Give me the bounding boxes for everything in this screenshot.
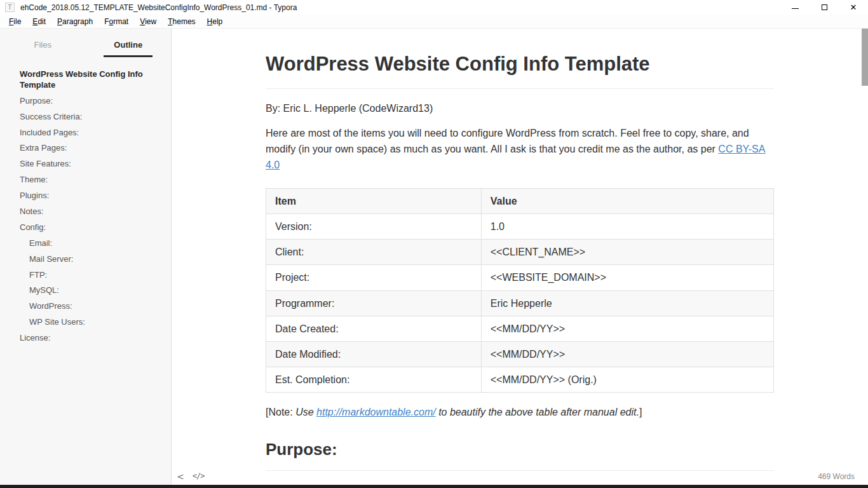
outline-item-license[interactable]: License: xyxy=(0,330,171,346)
menu-help[interactable]: Help xyxy=(201,15,229,28)
menu-label-part: hemes xyxy=(173,17,196,26)
table-row: Version:1.0 xyxy=(266,214,774,240)
sidebar: Files Outline WordPress Website Config I… xyxy=(0,29,172,485)
menu-edit[interactable]: Edit xyxy=(27,15,51,28)
menu-view[interactable]: View xyxy=(134,15,162,28)
tab-outline[interactable]: Outline xyxy=(86,40,172,57)
menu-label-part: elp xyxy=(212,17,222,26)
byline[interactable]: By: Eric L. Hepperle (CodeWizard13) xyxy=(266,100,774,116)
window-title: ehCode_2018.05.12_TEMPLATE_WebsiteConfig… xyxy=(20,3,297,12)
document: WordPress Website Config Info Template B… xyxy=(266,29,774,485)
outline-item-purpose[interactable]: Purpose: xyxy=(0,93,171,109)
outline-item-success-criteria[interactable]: Success Criteria: xyxy=(0,109,171,125)
menu-label-part: rmat xyxy=(113,17,128,26)
document-heading[interactable]: WordPress Website Config Info Template xyxy=(266,49,774,89)
cell-value[interactable]: <<WEBSITE_DOMAIN>> xyxy=(481,265,773,290)
note-suffix: ] xyxy=(639,407,642,417)
cell-value[interactable]: <<MM/DD/YY>> xyxy=(481,341,773,367)
window-bottom-edge xyxy=(0,485,868,488)
table-header-row: Item Value xyxy=(266,189,774,214)
word-count[interactable]: 469 Words xyxy=(818,472,855,481)
typora-window: T ehCode_2018.05.12_TEMPLATE_WebsiteConf… xyxy=(0,0,868,488)
outline-item-wordpress[interactable]: WordPress: xyxy=(0,299,171,315)
cell-value[interactable]: 1.0 xyxy=(481,214,773,240)
outline-item-wp-site-users[interactable]: WP Site Users: xyxy=(0,315,171,330)
restore-icon xyxy=(822,4,827,10)
note-italic-after: to beautify the above table after manual… xyxy=(436,407,639,417)
minimize-button[interactable] xyxy=(780,0,810,15)
editor-pane: WordPress Website Config Info Template B… xyxy=(172,29,868,485)
tab-outline-label: Outline xyxy=(104,40,153,57)
restore-button[interactable] xyxy=(810,0,839,15)
column-header-value[interactable]: Value xyxy=(481,189,773,214)
outline-item-mysql[interactable]: MySQL: xyxy=(0,283,171,299)
typora-app-icon: T xyxy=(5,3,15,12)
purpose-heading[interactable]: Purpose: xyxy=(266,437,774,471)
cell-item[interactable]: Project: xyxy=(266,265,482,290)
sidebar-toggle-icon[interactable]: < xyxy=(177,471,184,482)
menu-label-part: ile xyxy=(13,17,21,26)
editor-footer-icons: < </> xyxy=(177,471,204,482)
cell-item[interactable]: Version: xyxy=(266,214,482,240)
outline-panel: WordPress Website Config Info Template P… xyxy=(0,57,171,346)
outline-item-included-pages[interactable]: Included Pages: xyxy=(0,125,171,141)
config-info-table: Item Value Version:1.0 Client:<<CLIENT_N… xyxy=(266,188,774,393)
vertical-scrollbar-thumb[interactable] xyxy=(862,29,868,86)
menu-file[interactable]: File xyxy=(3,15,27,28)
outline-item-site-features[interactable]: Site Features: xyxy=(0,156,171,172)
markdowntable-link[interactable]: http://markdowntable.com/ xyxy=(316,407,436,417)
outline-item-config[interactable]: Config: xyxy=(0,220,171,236)
menu-label-mnemonic: E xyxy=(32,17,37,26)
cell-item[interactable]: Programmer: xyxy=(266,290,482,316)
menu-themes[interactable]: Themes xyxy=(162,15,201,28)
close-button[interactable]: ✕ xyxy=(839,0,868,15)
table-row: Date Modified:<<MM/DD/YY>> xyxy=(266,341,774,367)
outline-item-plugins[interactable]: Plugins: xyxy=(0,188,171,204)
outline-item-document-title[interactable]: WordPress Website Config Info Template xyxy=(0,67,171,93)
menu-label-mnemonic: F xyxy=(9,17,13,26)
table-row: Date Created:<<MM/DD/YY>> xyxy=(266,316,774,341)
column-header-item[interactable]: Item xyxy=(266,189,482,214)
cell-value[interactable]: <<MM/DD/YY>> (Orig.) xyxy=(481,367,773,392)
menu-label-mnemonic: P xyxy=(57,17,62,26)
note-italic-before: Use xyxy=(295,407,316,417)
outline-item-ftp[interactable]: FTP: xyxy=(0,268,171,283)
close-icon: ✕ xyxy=(850,3,857,11)
outline-item-theme[interactable]: Theme: xyxy=(0,172,171,188)
cell-item[interactable]: Client: xyxy=(266,240,482,265)
minimize-icon xyxy=(792,8,799,9)
source-code-mode-icon[interactable]: </> xyxy=(193,471,205,482)
cell-item[interactable]: Date Created: xyxy=(266,316,482,341)
outline-item-extra-pages[interactable]: Extra Pages: xyxy=(0,140,171,156)
cell-item[interactable]: Date Modified: xyxy=(266,341,482,367)
table-row: Client:<<CLIENT_NAME>> xyxy=(266,240,774,265)
menu-label-part: F xyxy=(104,17,109,26)
menu-label-mnemonic: T xyxy=(168,17,172,26)
outline-item-email[interactable]: Email: xyxy=(0,236,171,252)
menu-label-part: aragraph xyxy=(62,17,93,26)
menu-label-mnemonic: V xyxy=(140,17,145,26)
main-area: Files Outline WordPress Website Config I… xyxy=(0,29,868,485)
table-row: Project:<<WEBSITE_DOMAIN>> xyxy=(266,265,774,290)
outline-item-notes[interactable]: Notes: xyxy=(0,204,171,220)
menu-paragraph[interactable]: Paragraph xyxy=(51,15,98,28)
window-controls: ✕ xyxy=(780,0,868,15)
table-row: Est. Completion:<<MM/DD/YY>> (Orig.) xyxy=(266,367,774,392)
sidebar-tabs: Files Outline xyxy=(0,29,171,57)
tab-files[interactable]: Files xyxy=(0,40,86,57)
menu-format[interactable]: Format xyxy=(98,15,134,28)
menu-label-mnemonic: H xyxy=(207,17,213,26)
outline-item-mail-server[interactable]: Mail Server: xyxy=(0,252,171,268)
menu-bar: File Edit Paragraph Format View Themes H… xyxy=(0,15,868,29)
intro-paragraph[interactable]: Here are most of the items you will need… xyxy=(266,125,774,173)
cell-value[interactable]: <<CLIENT_NAME>> xyxy=(481,240,773,265)
cell-item[interactable]: Est. Completion: xyxy=(266,367,482,392)
cell-value[interactable]: <<MM/DD/YY>> xyxy=(481,316,773,341)
menu-label-part: dit xyxy=(37,17,46,26)
table-row: Programmer:Eric Hepperle xyxy=(266,290,774,316)
note-prefix: [Note: xyxy=(266,407,295,417)
note-paragraph[interactable]: [Note: Use http://markdowntable.com/ to … xyxy=(266,404,774,420)
tab-files-label: Files xyxy=(24,40,62,57)
cell-value[interactable]: Eric Hepperle xyxy=(481,290,773,316)
menu-label-mnemonic: o xyxy=(109,17,113,26)
